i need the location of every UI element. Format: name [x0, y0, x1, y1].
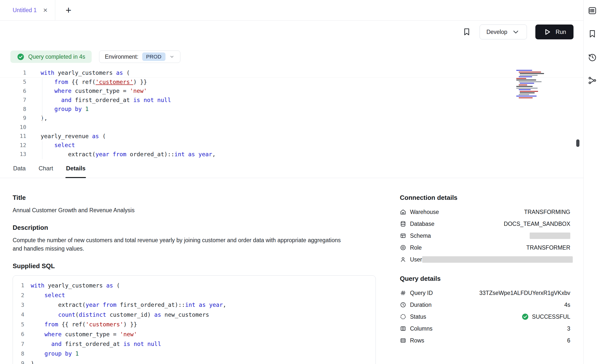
code-token: null [157, 97, 171, 103]
tab-details[interactable]: Details [65, 159, 86, 178]
code-token [72, 106, 75, 112]
outline-list-icon[interactable] [588, 6, 597, 15]
description-text: Compute the number of new customers and … [13, 236, 345, 253]
query-details-rows: Query ID33TZseWpe1ALFDUYerxR1gVKxbvDurat… [400, 287, 570, 346]
environment-selector[interactable]: Environment: PROD [99, 51, 180, 63]
code-line[interactable]: 7 and first_ordered_at is not null [17, 339, 370, 349]
code-token: distinct [79, 312, 106, 318]
code-text: from {{ ref('customers') }} [31, 321, 137, 328]
code-token: 1 [85, 106, 89, 112]
code-token: select [54, 142, 75, 148]
code-line[interactable]: 4 count(distinct customer_id) as new_cus… [17, 310, 370, 319]
code-token [31, 312, 58, 318]
code-token: where [54, 88, 71, 94]
main-area: Untitled 1 × + Develop Run Query complet… [0, 0, 583, 364]
row-value-text: 6 [567, 337, 570, 344]
code-token: first_ordered_at [62, 341, 123, 347]
code-token: year [96, 151, 109, 157]
row-value-text: DOCS_TEAM_SANDBOX [504, 221, 570, 227]
row-value: 3 [567, 325, 570, 332]
code-line[interactable]: 9), [17, 359, 370, 364]
code-token: year [198, 151, 212, 157]
result-tab-bar: DataChartDetails [0, 159, 583, 178]
row-value-text: TRANSFORMER [526, 244, 570, 251]
editor-minimap[interactable] [516, 70, 545, 99]
line-number: 6 [0, 88, 26, 94]
code-token: with [31, 282, 44, 289]
code-line[interactable]: 8 group by 1 [17, 349, 370, 359]
tab-data[interactable]: Data [13, 159, 26, 178]
code-line[interactable]: 1with yearly_customers as ( [17, 281, 370, 290]
line-number: 7 [0, 97, 26, 103]
app-root: Untitled 1 × + Develop Run Query complet… [0, 0, 601, 364]
code-line[interactable]: 1with yearly_customers as ( [0, 68, 583, 78]
code-line[interactable]: 6 where customer_type = 'new' [17, 329, 370, 339]
code-line[interactable]: 2 select [17, 290, 370, 300]
run-button[interactable]: Run [535, 25, 574, 39]
toolbar: Develop Run [0, 21, 583, 43]
code-text: and first_ordered_at is not null [31, 341, 161, 347]
code-token: from [113, 151, 126, 157]
code-line[interactable]: 5 from {{ ref('customers') }} [0, 78, 583, 87]
code-token: first_ordered_at [72, 97, 133, 103]
code-text: ), [31, 360, 38, 364]
history-icon[interactable] [588, 52, 597, 62]
code-text: and first_ordered_at is not null [41, 97, 171, 103]
lineage-icon[interactable] [588, 76, 597, 85]
user-row: User [400, 254, 570, 265]
code-token: from [103, 302, 116, 308]
tab-chart[interactable]: Chart [38, 159, 54, 178]
close-tab-icon[interactable]: × [43, 6, 48, 14]
status-value: SUCCESSFUL [521, 313, 570, 320]
code-line[interactable]: 12 select [0, 141, 583, 150]
code-line[interactable]: 6 where customer_type = 'new' [0, 86, 583, 96]
code-text: with yearly_customers as ( [41, 70, 130, 76]
code-token [41, 88, 54, 94]
code-token [154, 97, 157, 103]
code-line[interactable]: 9), [0, 114, 583, 123]
code-token [144, 341, 147, 347]
develop-button[interactable]: Develop [480, 25, 527, 39]
code-token: by [65, 350, 72, 357]
details-panel: Title Annual Customer Growth and Revenue… [0, 178, 583, 364]
code-token: ( [75, 312, 79, 318]
code-line[interactable]: 5 from {{ ref('customers') }} [17, 320, 370, 329]
schema-icon [400, 233, 406, 239]
new-tab-button[interactable]: + [66, 5, 71, 15]
editor-scrollbar-thumb[interactable] [576, 139, 579, 147]
line-number: 8 [17, 351, 24, 357]
code-line[interactable]: 10 [0, 123, 583, 132]
bookmark-icon[interactable] [462, 27, 471, 36]
row-label: Rows [410, 337, 424, 344]
code-line[interactable]: 13 extract(year from ordered_at)::int as… [0, 150, 583, 159]
code-line[interactable]: 3 extract(year from first_ordered_at)::i… [17, 300, 370, 310]
code-token: ( [123, 70, 130, 76]
tab-untitled-1[interactable]: Untitled 1 × [0, 0, 55, 20]
query-status-pill: Query completed in 4s [10, 51, 92, 63]
code-text: extract(year from first_ordered_at)::int… [31, 302, 226, 308]
code-line[interactable]: 7 and first_ordered_at is not null [0, 96, 583, 105]
sql-editor[interactable]: 1with yearly_customers as (5 from {{ ref… [0, 68, 583, 159]
query-id-row: Query ID33TZseWpe1ALFDUYerxR1gVKxbv [400, 287, 570, 299]
code-token: 'customers' [86, 321, 123, 328]
code-token [72, 350, 75, 357]
code-line[interactable]: 8 group by 1 [0, 104, 583, 114]
ref-link[interactable]: 'customers' [96, 79, 133, 85]
code-token [82, 106, 85, 112]
row-label: Status [410, 313, 426, 320]
line-number: 1 [0, 70, 26, 76]
columns-row: Columns3 [400, 323, 570, 335]
row-label: Query ID [410, 290, 433, 296]
minimap-line [520, 83, 534, 84]
code-token [140, 97, 144, 103]
bookmark-icon[interactable] [588, 29, 597, 39]
code-line[interactable]: 11yearly_revenue as ( [0, 132, 583, 141]
row-label: Warehouse [410, 209, 439, 215]
code-token: , [223, 302, 226, 308]
code-token [62, 350, 65, 357]
user-icon [400, 256, 406, 263]
row-value-text: 33TZseWpe1ALFDUYerxR1gVKxbv [479, 290, 570, 296]
status-icon [400, 313, 406, 320]
line-number: 10 [0, 124, 26, 130]
row-value-text: 4s [564, 302, 570, 308]
